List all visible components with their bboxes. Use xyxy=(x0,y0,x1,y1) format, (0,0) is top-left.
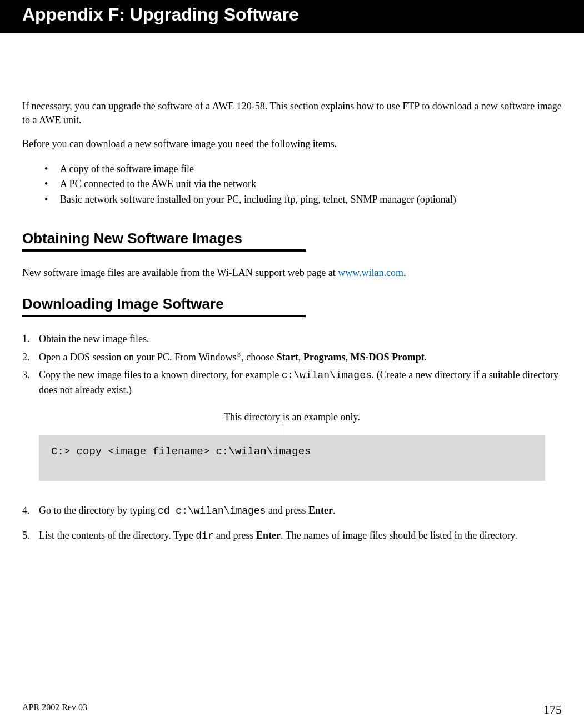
bold-programs: Programs xyxy=(303,352,346,363)
text: . The names of image files should be lis… xyxy=(281,530,517,541)
text: , xyxy=(298,352,303,363)
bold-msdos: MS-DOS Prompt xyxy=(351,352,425,363)
text: , choose xyxy=(241,352,276,363)
bold-enter: Enter xyxy=(256,530,281,541)
bold-start: Start xyxy=(277,352,298,363)
page-content: If necessary, you can upgrade the softwa… xyxy=(0,33,584,543)
page-number: 175 xyxy=(543,702,562,717)
section-rule xyxy=(22,315,306,317)
text: Copy the new image files to a known dire… xyxy=(39,369,282,380)
text: List the contents of the directory. Type xyxy=(39,530,196,541)
section-title-downloading: Downloading Image Software xyxy=(22,295,562,313)
wilan-link[interactable]: www.wilan.com xyxy=(338,267,403,278)
bold-enter: Enter xyxy=(308,505,333,516)
list-item: Basic network software installed on your… xyxy=(44,192,562,208)
mono-dir: dir xyxy=(196,530,213,541)
code-example-box: C:> copy <image filename> c:\wilan\image… xyxy=(39,435,545,481)
step-2: Open a DOS session on your PC. From Wind… xyxy=(22,350,562,364)
page-footer: APR 2002 Rev 03 175 xyxy=(22,702,562,717)
requirements-list: A copy of the software image file A PC c… xyxy=(22,162,562,208)
header-title: Appendix F: Upgrading Software xyxy=(22,4,299,24)
step-5: List the contents of the directory. Type… xyxy=(22,528,562,543)
text: New software image files are available f… xyxy=(22,267,338,278)
text: . xyxy=(333,505,336,516)
steps-list-continued: Go to the directory by typing cd c:\wila… xyxy=(22,503,562,543)
list-item: A PC connected to the AWE unit via the n… xyxy=(44,177,562,192)
step-3: Copy the new image files to a known dire… xyxy=(22,368,562,397)
text: . xyxy=(403,267,406,278)
callout-line xyxy=(281,424,281,435)
text: Go to the directory by typing xyxy=(39,505,158,516)
text: . xyxy=(425,352,427,363)
section-rule xyxy=(22,249,306,252)
intro-paragraph-2: Before you can download a new software i… xyxy=(22,137,562,151)
text: and press xyxy=(214,530,256,541)
section1-body: New software image files are available f… xyxy=(22,266,562,280)
step-4: Go to the directory by typing cd c:\wila… xyxy=(22,503,562,518)
text: and press xyxy=(266,505,308,516)
intro-paragraph-1: If necessary, you can upgrade the softwa… xyxy=(22,99,562,127)
section-title-obtaining: Obtaining New Software Images xyxy=(22,230,562,247)
list-item: A copy of the software image file xyxy=(44,162,562,177)
footer-date-rev: APR 2002 Rev 03 xyxy=(22,702,87,717)
steps-list: Obtain the new image files. Open a DOS s… xyxy=(22,332,562,396)
page-header: Appendix F: Upgrading Software xyxy=(0,0,584,33)
text: , xyxy=(346,352,351,363)
text: Open a DOS session on your PC. From Wind… xyxy=(39,352,236,363)
mono-cd: cd c:\wilan\images xyxy=(158,505,266,516)
code-text: C:> copy <image filename> c:\wilan\image… xyxy=(51,445,311,458)
step-1: Obtain the new image files. xyxy=(22,332,562,346)
example-label: This directory is an example only. xyxy=(22,411,562,423)
mono-path: c:\wilan\images xyxy=(282,370,372,381)
